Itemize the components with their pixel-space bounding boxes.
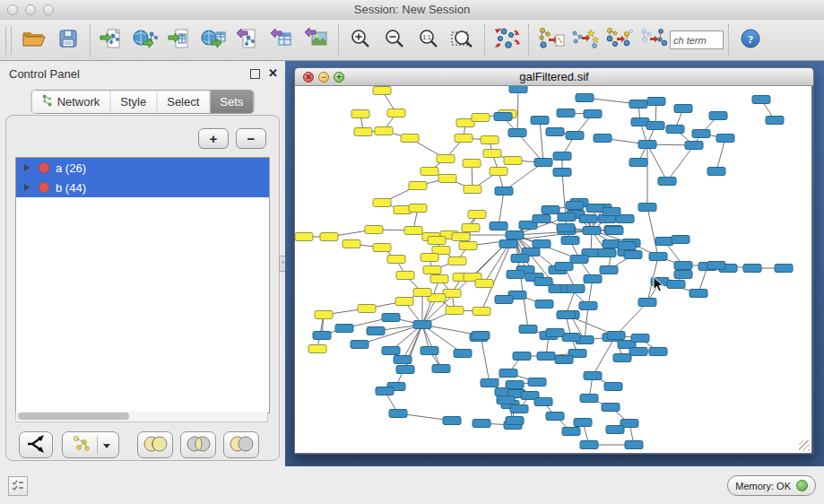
graph-node[interactable] — [562, 334, 580, 342]
select-first-neighbors-button[interactable] — [568, 23, 602, 57]
graph-node[interactable] — [413, 289, 431, 297]
graph-node[interactable] — [376, 387, 394, 395]
graph-node[interactable] — [692, 130, 710, 138]
create-set-from-network-dropdown[interactable] — [62, 431, 119, 458]
graph-node[interactable] — [511, 255, 529, 263]
graph-node[interactable] — [533, 240, 551, 248]
graph-node[interactable] — [546, 413, 564, 421]
graph-node[interactable] — [409, 182, 427, 190]
graph-node[interactable] — [743, 265, 761, 273]
float-panel-icon[interactable] — [250, 69, 260, 79]
graph-node[interactable] — [320, 233, 338, 241]
memory-status-button[interactable]: Memory: OK — [727, 475, 816, 496]
graph-node[interactable] — [409, 204, 427, 213]
graph-node[interactable] — [499, 369, 517, 378]
close-panel-icon[interactable]: ✕ — [268, 66, 278, 80]
search-input[interactable] — [670, 30, 724, 49]
graph-node[interactable] — [475, 280, 493, 288]
graph-node[interactable] — [373, 199, 391, 207]
graph-node[interactable] — [387, 109, 405, 117]
graph-node[interactable] — [459, 242, 477, 250]
graph-node[interactable] — [646, 122, 664, 130]
graph-node[interactable] — [506, 417, 524, 425]
network-view-window[interactable]: ✕ − + galFiltered.sif — [294, 67, 814, 455]
import-network-file-button[interactable] — [95, 23, 129, 57]
tab-sets[interactable]: Sets — [210, 91, 253, 113]
graph-node[interactable] — [365, 226, 383, 234]
zoom-selected-region-button[interactable] — [446, 23, 480, 57]
graph-node[interactable] — [387, 256, 405, 264]
graph-node[interactable] — [382, 314, 400, 322]
horizontal-scrollbar[interactable] — [15, 412, 268, 422]
graph-node[interactable] — [463, 160, 481, 168]
tab-network[interactable]: Network — [32, 91, 111, 113]
graph-node[interactable] — [629, 348, 647, 356]
graph-node[interactable] — [685, 142, 703, 150]
graph-node[interactable] — [600, 266, 618, 274]
graph-node[interactable] — [313, 332, 331, 340]
network-window-title-bar[interactable]: ✕ − + galFiltered.sif — [294, 67, 814, 86]
graph-node[interactable] — [509, 86, 527, 93]
add-set-button[interactable]: + — [198, 128, 229, 149]
graph-node[interactable] — [499, 240, 517, 248]
graph-node[interactable] — [580, 441, 598, 449]
graph-node[interactable] — [613, 354, 631, 362]
graph-node[interactable] — [351, 341, 369, 349]
graph-node[interactable] — [421, 347, 438, 355]
graph-node[interactable] — [625, 441, 643, 449]
graph-node[interactable] — [430, 275, 448, 283]
graph-node[interactable] — [618, 242, 636, 250]
graph-node[interactable] — [649, 253, 667, 261]
graph-node[interactable] — [629, 100, 647, 109]
graph-node[interactable] — [542, 206, 559, 214]
graph-node[interactable] — [468, 211, 486, 219]
difference-sets-button[interactable] — [223, 431, 259, 458]
graph-node[interactable] — [555, 263, 573, 271]
graph-node[interactable] — [534, 398, 552, 406]
graph-node[interactable] — [513, 352, 531, 361]
graph-node[interactable] — [603, 208, 620, 216]
window-resize-grip[interactable] — [799, 440, 810, 451]
new-network-selected-nodes-selected-edges-button[interactable] — [636, 23, 670, 57]
graph-node[interactable] — [389, 410, 407, 418]
graph-node[interactable] — [584, 110, 602, 118]
graph-node[interactable] — [464, 186, 481, 194]
graph-node[interactable] — [666, 126, 684, 134]
graph-node[interactable] — [533, 215, 551, 223]
graph-node[interactable] — [674, 262, 692, 270]
graph-node[interactable] — [396, 366, 414, 374]
graph-node[interactable] — [443, 417, 461, 425]
graph-node[interactable] — [472, 332, 490, 340]
union-sets-button[interactable] — [137, 431, 173, 458]
network-canvas[interactable] — [294, 86, 812, 454]
graph-node[interactable] — [766, 117, 784, 125]
graph-node[interactable] — [462, 224, 480, 232]
graph-node[interactable] — [452, 233, 470, 241]
expand-triangle-icon[interactable] — [24, 164, 30, 171]
graph-node[interactable] — [295, 233, 313, 241]
graph-node[interactable] — [510, 405, 528, 413]
graph-node[interactable] — [437, 155, 455, 163]
graph-node[interactable] — [604, 383, 622, 391]
graph-node[interactable] — [638, 299, 656, 307]
graph-node[interactable] — [438, 175, 456, 183]
graph-node[interactable] — [574, 419, 592, 427]
graph-node[interactable] — [519, 326, 537, 334]
graph-node[interactable] — [580, 395, 598, 403]
graph-node[interactable] — [454, 350, 472, 358]
scrollbar-thumb[interactable] — [18, 413, 129, 420]
graph-node[interactable] — [483, 150, 501, 158]
graph-node[interactable] — [707, 262, 725, 270]
graph-node[interactable] — [579, 215, 597, 223]
graph-node[interactable] — [413, 321, 431, 329]
graph-node[interactable] — [507, 271, 525, 279]
graph-node[interactable] — [647, 98, 665, 106]
graph-node[interactable] — [308, 345, 326, 353]
graph-node[interactable] — [395, 298, 413, 306]
graph-node[interactable] — [394, 356, 412, 364]
graph-node[interactable] — [354, 128, 372, 136]
graph-node[interactable] — [561, 237, 579, 245]
remove-set-button[interactable]: − — [236, 128, 266, 149]
graph-node[interactable] — [404, 227, 422, 235]
graph-node[interactable] — [579, 302, 597, 310]
